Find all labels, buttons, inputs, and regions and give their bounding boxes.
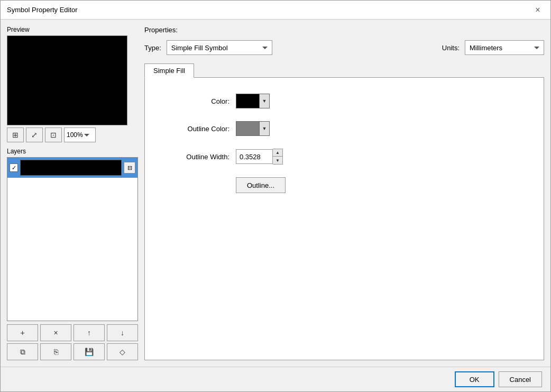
outline-color-label: Outline Color:: [166, 125, 229, 133]
color-label: Color:: [166, 97, 229, 105]
type-chevron-icon: [262, 47, 268, 49]
remove-layer-button[interactable]: ×: [40, 324, 71, 341]
type-select[interactable]: Simple Fill Symbol: [167, 40, 272, 55]
outline-width-spinner: ▲ ▼: [273, 149, 283, 165]
tab-bar: Simple Fill: [144, 63, 544, 78]
title-bar: Symbol Property Editor ×: [1, 1, 550, 20]
fixed-zoom-button[interactable]: ⊡: [45, 127, 62, 142]
save-layer-button[interactable]: 💾: [74, 343, 105, 360]
outline-color-swatch: [236, 122, 260, 135]
units-select[interactable]: Millimeters: [465, 40, 544, 55]
units-chevron-icon: [534, 47, 539, 49]
layer-item[interactable]: ✓ ⊟: [7, 158, 137, 178]
outline-button[interactable]: Outline...: [236, 177, 286, 193]
fit-selection-button[interactable]: ⤢: [26, 127, 43, 142]
outline-color-dropdown-icon[interactable]: ▼: [260, 122, 269, 135]
dialog-body: Preview ⊞ ⤢ ⊡ 100% Layers ✓: [1, 20, 550, 367]
zoom-chevron-icon: [84, 134, 89, 136]
left-panel: Preview ⊞ ⤢ ⊡ 100% Layers ✓: [7, 26, 138, 360]
layer-properties-button[interactable]: ⊟: [124, 162, 135, 174]
spinner-up-button[interactable]: ▲: [273, 149, 282, 157]
dialog-footer: OK Cancel: [1, 367, 550, 391]
move-down-button[interactable]: ↓: [107, 324, 138, 341]
outline-width-field[interactable]: [236, 149, 273, 164]
spinner-down-button[interactable]: ▼: [273, 157, 282, 164]
units-label: Units:: [442, 44, 460, 52]
add-layer-button[interactable]: +: [7, 324, 38, 341]
preview-toolbar: ⊞ ⤢ ⊡ 100%: [7, 127, 138, 142]
properties-header: Properties:: [144, 26, 544, 34]
layers-label: Layers: [7, 148, 138, 155]
outline-width-row: Outline Width: ▲ ▼: [166, 149, 522, 165]
dialog-title: Symbol Property Editor: [7, 6, 78, 14]
diamond-button[interactable]: ◇: [107, 343, 138, 360]
units-select-value: Millimeters: [470, 44, 502, 52]
outline-width-label: Outline Width:: [166, 153, 229, 161]
symbol-property-editor-dialog: Symbol Property Editor × Preview ⊞ ⤢ ⊡ 1…: [0, 0, 551, 392]
layers-list[interactable]: ✓ ⊟: [7, 157, 138, 321]
zoom-value: 100%: [67, 131, 83, 139]
right-panel: Properties: Type: Simple Fill Symbol Uni…: [144, 26, 544, 360]
layers-section: Layers ✓ ⊟ + × ↑ ↓ ⧉ ⎘ 💾 ◇: [7, 148, 138, 360]
ok-button[interactable]: OK: [455, 371, 494, 387]
type-row: Type: Simple Fill Symbol Units: Millimet…: [144, 40, 544, 55]
zoom-select[interactable]: 100%: [64, 127, 96, 142]
outline-button-row: Outline...: [166, 177, 522, 193]
move-up-button[interactable]: ↑: [74, 324, 105, 341]
fit-page-button[interactable]: ⊞: [7, 127, 24, 142]
close-button[interactable]: ×: [531, 4, 544, 16]
preview-section: Preview ⊞ ⤢ ⊡ 100%: [7, 26, 138, 142]
copy-layer-button[interactable]: ⧉: [7, 343, 38, 360]
cancel-button[interactable]: Cancel: [499, 371, 542, 387]
outline-color-row: Outline Color: ▼: [166, 121, 522, 136]
preview-label: Preview: [7, 26, 138, 33]
color-swatch: [236, 94, 260, 108]
color-button[interactable]: ▼: [236, 94, 270, 108]
outline-color-button[interactable]: ▼: [236, 121, 270, 136]
layer-checkbox[interactable]: ✓: [10, 163, 18, 172]
color-dropdown-icon[interactable]: ▼: [260, 94, 269, 108]
tab-content: Color: ▼ Outline Color: ▼: [144, 78, 544, 360]
layer-buttons: + × ↑ ↓ ⧉ ⎘ 💾 ◇: [7, 324, 138, 360]
preview-box: [7, 35, 127, 125]
simple-fill-tab[interactable]: Simple Fill: [144, 63, 194, 78]
type-select-value: Simple Fill Symbol: [171, 44, 228, 52]
type-label: Type:: [144, 44, 161, 52]
layer-preview: [20, 160, 122, 176]
color-row: Color: ▼: [166, 94, 522, 108]
paste-layer-button[interactable]: ⎘: [40, 343, 71, 360]
outline-width-input: ▲ ▼: [236, 149, 283, 165]
tab-container: Simple Fill Color: ▼ Outline Color:: [144, 63, 544, 360]
